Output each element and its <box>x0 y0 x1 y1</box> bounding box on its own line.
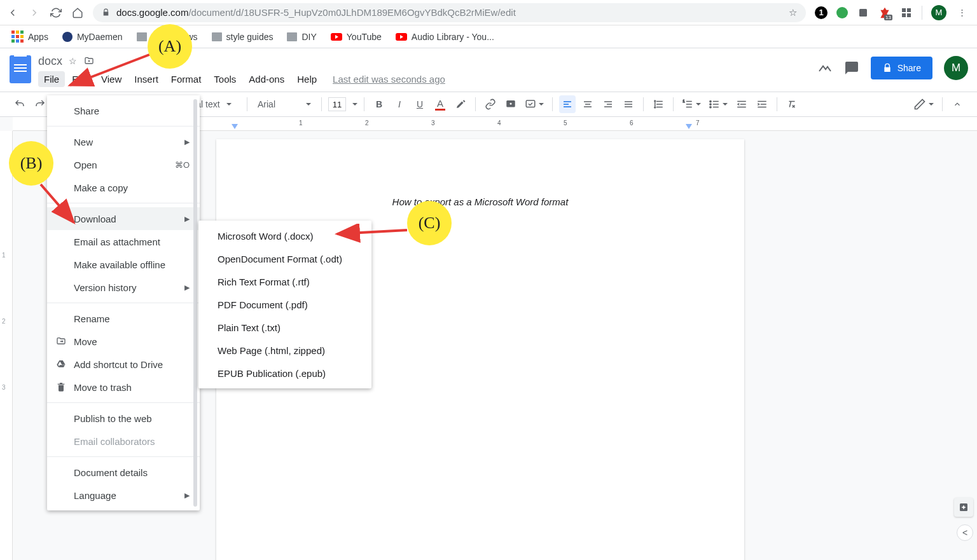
menu-tools[interactable]: Tools <box>208 71 242 87</box>
menu-document-details[interactable]: Document details <box>47 461 200 484</box>
bookmark-item[interactable]: Audio Library - You... <box>396 32 494 42</box>
home-icon[interactable] <box>71 6 84 19</box>
text-color-icon[interactable]: A <box>432 95 448 113</box>
download-submenu: Microsoft Word (.docx) OpenDocument Form… <box>198 221 371 388</box>
document-title[interactable]: docx <box>38 55 62 68</box>
folder-move-icon <box>55 336 67 346</box>
underline-icon[interactable]: U <box>412 95 428 113</box>
editing-mode-icon[interactable] <box>911 95 936 113</box>
menu-file[interactable]: File <box>38 71 65 87</box>
menu-publish[interactable]: Publish to the web <box>47 407 200 430</box>
bookmark-folder[interactable]: DIY <box>287 32 316 42</box>
extension-icon[interactable] <box>836 7 848 18</box>
forward-icon[interactable] <box>28 6 41 19</box>
svg-text:1: 1 <box>683 99 685 103</box>
bookmark-item[interactable]: YouTube <box>331 32 382 42</box>
share-label: Share <box>897 63 921 73</box>
bold-icon[interactable]: B <box>371 95 387 113</box>
address-bar[interactable]: docs.google.com/document/d/18USFR-5_HupV… <box>93 3 806 22</box>
svg-rect-1 <box>902 8 906 12</box>
menu-format[interactable]: Format <box>165 71 207 87</box>
last-edit-link[interactable]: Last edit was seconds ago <box>333 74 445 85</box>
download-html[interactable]: Web Page (.html, zipped) <box>198 339 371 362</box>
share-button[interactable]: Share <box>871 57 932 79</box>
collapse-icon[interactable] <box>949 95 966 113</box>
undo-icon[interactable] <box>11 95 28 113</box>
font-size-input[interactable] <box>328 97 346 111</box>
indent-icon[interactable] <box>754 95 770 113</box>
drive-icon <box>55 359 67 369</box>
link-icon[interactable] <box>482 95 499 113</box>
indent-marker-icon[interactable] <box>686 124 692 129</box>
redo-icon[interactable] <box>32 95 48 113</box>
menu-trash[interactable]: Move to trash <box>47 376 200 399</box>
image-icon[interactable] <box>523 95 546 113</box>
menu-language[interactable]: Language▶ <box>47 484 200 507</box>
annotation-a: (A) <box>148 24 192 69</box>
star-icon[interactable]: ☆ <box>789 7 797 18</box>
apps-shortcut[interactable]: Apps <box>11 31 48 43</box>
numbered-list-icon[interactable]: 1 <box>680 95 703 113</box>
menu-addons[interactable]: Add-ons <box>243 71 290 87</box>
menu-rename[interactable]: Rename <box>47 307 200 330</box>
align-right-icon[interactable] <box>600 95 616 113</box>
align-justify-icon[interactable] <box>620 95 637 113</box>
chrome-menu-icon[interactable]: ⋮ <box>955 6 968 19</box>
italic-icon[interactable]: I <box>391 95 408 113</box>
download-txt[interactable]: Plain Text (.txt) <box>198 316 371 339</box>
download-odt[interactable]: OpenDocument Format (.odt) <box>198 247 371 270</box>
bullet-list-icon[interactable] <box>707 95 730 113</box>
extension-icon[interactable] <box>857 6 870 19</box>
svg-line-17 <box>337 230 407 234</box>
lock-icon <box>882 63 892 73</box>
account-avatar[interactable]: M <box>944 56 968 80</box>
menu-new[interactable]: New▶ <box>47 130 200 153</box>
profile-avatar[interactable]: M <box>931 5 946 20</box>
svg-point-10 <box>710 106 711 107</box>
align-center-icon[interactable] <box>579 95 596 113</box>
menu-help[interactable]: Help <box>291 71 322 87</box>
comment-icon[interactable] <box>502 95 519 113</box>
annotation-c: (C) <box>407 201 452 245</box>
line-spacing-icon[interactable] <box>650 95 667 113</box>
download-rtf[interactable]: Rich Text Format (.rtf) <box>198 270 371 293</box>
bookmark-item[interactable]: MyDaemen <box>62 32 123 42</box>
lock-icon <box>102 8 110 17</box>
svg-line-15 <box>41 184 74 222</box>
extension-icon[interactable]: 13 <box>878 6 891 19</box>
bookmark-folder[interactable]: style guides <box>212 32 274 42</box>
svg-point-9 <box>710 104 711 105</box>
reload-icon[interactable] <box>50 6 62 19</box>
page-heading: How to export as a Microsoft Word format <box>274 196 687 207</box>
trash-icon <box>55 381 67 393</box>
outdent-icon[interactable] <box>733 95 750 113</box>
svg-point-8 <box>710 100 711 102</box>
extension-icon[interactable]: 1 <box>815 6 828 19</box>
download-pdf[interactable]: PDF Document (.pdf) <box>198 293 371 316</box>
download-epub[interactable]: EPUB Publication (.epub) <box>198 362 371 385</box>
back-icon[interactable] <box>6 6 19 19</box>
align-left-icon[interactable] <box>559 95 576 113</box>
extensions-menu-icon[interactable] <box>900 6 913 19</box>
annotation-arrow-icon <box>34 179 85 230</box>
menu-add-shortcut[interactable]: Add shortcut to Drive <box>47 353 200 376</box>
comments-icon[interactable] <box>844 60 859 76</box>
indent-marker-icon[interactable] <box>232 124 238 129</box>
menu-offline[interactable]: Make available offline <box>47 253 200 276</box>
menu-version-history[interactable]: Version history▶ <box>47 276 200 299</box>
clear-format-icon[interactable] <box>784 95 800 113</box>
menu-open[interactable]: Open⌘O <box>47 153 200 176</box>
menu-move[interactable]: Move <box>47 330 200 353</box>
docs-logo-icon[interactable] <box>8 52 33 86</box>
bookmark-folder[interactable] <box>137 32 147 41</box>
activity-icon[interactable] <box>817 60 833 76</box>
paragraph-style-select[interactable]: Normal text <box>196 99 240 109</box>
scroll-down-icon[interactable]: < <box>957 524 973 541</box>
svg-rect-2 <box>907 8 911 12</box>
font-size-caret-icon[interactable] <box>352 103 357 106</box>
font-select[interactable]: Arial <box>254 99 315 109</box>
explore-icon[interactable] <box>954 498 973 517</box>
menu-share[interactable]: Share <box>47 99 200 122</box>
menu-email-attachment[interactable]: Email as attachment <box>47 230 200 253</box>
highlight-icon[interactable] <box>452 95 469 113</box>
